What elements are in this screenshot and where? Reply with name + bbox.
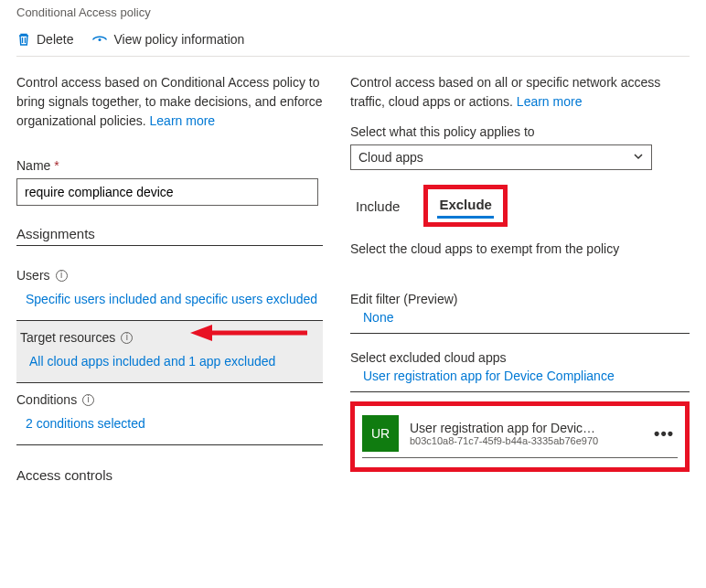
name-label: Name* bbox=[16, 158, 323, 173]
more-icon[interactable]: ••• bbox=[650, 424, 678, 444]
applies-label: Select what this policy applies to bbox=[350, 124, 690, 139]
right-learn-more-link[interactable]: Learn more bbox=[517, 94, 583, 109]
excluded-apps-label: Select excluded cloud apps bbox=[350, 350, 690, 365]
excluded-app-link[interactable]: User registration app for Device Complia… bbox=[350, 365, 690, 386]
toolbar: Delete View policy information bbox=[16, 19, 690, 57]
target-resources-link[interactable]: All cloud apps included and 1 app exclud… bbox=[20, 352, 319, 371]
tab-include[interactable]: Include bbox=[354, 195, 401, 218]
info-icon[interactable]: i bbox=[121, 332, 133, 344]
app-name: User registration app for Devic… bbox=[410, 421, 639, 435]
left-learn-more-link[interactable]: Learn more bbox=[150, 113, 216, 128]
exempt-text: Select the cloud apps to exempt from the… bbox=[350, 240, 690, 259]
info-icon[interactable]: i bbox=[56, 270, 68, 282]
filter-link[interactable]: None bbox=[350, 306, 690, 327]
chevron-down-icon bbox=[633, 151, 644, 165]
left-intro: Control access based on Conditional Acce… bbox=[16, 73, 323, 131]
delete-button[interactable]: Delete bbox=[16, 32, 73, 47]
filter-label: Edit filter (Preview) bbox=[350, 292, 690, 306]
users-link[interactable]: Specific users included and specific use… bbox=[16, 290, 323, 309]
users-row[interactable]: Users i bbox=[16, 268, 323, 283]
view-policy-label: View policy information bbox=[113, 32, 244, 47]
svg-point-0 bbox=[99, 38, 102, 41]
info-icon[interactable]: i bbox=[82, 394, 94, 406]
page-subtitle: Conditional Access policy bbox=[16, 5, 690, 19]
applies-select[interactable]: Cloud apps bbox=[350, 144, 652, 170]
conditions-row[interactable]: Conditions i bbox=[16, 392, 323, 407]
app-id: b03c10a8-71c7-45f9-b44a-3335ab76e970 bbox=[410, 435, 639, 446]
svg-marker-2 bbox=[190, 325, 212, 341]
include-exclude-tabs: Include Exclude bbox=[350, 185, 690, 227]
annotation-highlight-box: UR User registration app for Devic… b03c… bbox=[350, 401, 690, 472]
delete-label: Delete bbox=[37, 32, 73, 47]
access-controls-heading: Access controls bbox=[16, 467, 323, 486]
view-policy-button[interactable]: View policy information bbox=[91, 32, 244, 47]
conditions-link[interactable]: 2 conditions selected bbox=[16, 414, 323, 433]
assignments-heading: Assignments bbox=[16, 226, 323, 246]
annotation-highlight-box: Exclude bbox=[423, 185, 508, 227]
eye-icon bbox=[91, 32, 108, 47]
annotation-arrow-icon bbox=[190, 323, 309, 343]
name-input[interactable] bbox=[16, 178, 318, 206]
right-intro: Control access based on all or specific … bbox=[350, 73, 690, 112]
tab-exclude[interactable]: Exclude bbox=[437, 193, 494, 219]
trash-icon bbox=[16, 32, 31, 47]
app-avatar: UR bbox=[362, 415, 399, 452]
excluded-app-row[interactable]: UR User registration app for Devic… b03c… bbox=[362, 415, 678, 458]
